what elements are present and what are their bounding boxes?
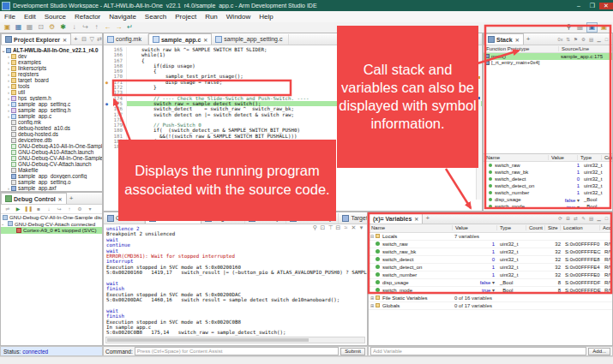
link-editor-icon[interactable]: ⇄ — [96, 36, 102, 43]
tree-item[interactable]: config.mk — [1, 119, 102, 125]
close-tab-icon[interactable]: ✕ — [58, 196, 63, 202]
Globals[interactable]: ⊞ Globals 0 of 17 variables — [369, 302, 612, 310]
maximize-icon[interactable]: □ — [603, 37, 610, 42]
stack-column-header[interactable]: Source/Line — [559, 46, 612, 51]
frame-vars-column-header[interactable]: Count — [602, 155, 612, 160]
minimize-icon[interactable]: ▁ — [595, 37, 603, 42]
tree-item[interactable]: › sample_app.c — [1, 113, 102, 119]
tree-item[interactable]: GNU-Debug-A10-Attach.launch — [1, 149, 102, 155]
step-into-icon[interactable]: ↓ — [69, 23, 79, 32]
forward-icon[interactable]: → — [114, 23, 123, 32]
save-icon[interactable]: ▦ — [14, 23, 23, 32]
stop-icon[interactable]: ■ — [34, 205, 43, 213]
close-tab-icon[interactable]: ✕ — [414, 216, 418, 222]
breakpoint-marker-icon[interactable] — [104, 144, 110, 149]
switch_raw_bk[interactable]: switch_raw_bk 1 uint32_t 32 S:0x00FFFFEC… — [369, 248, 612, 256]
switch_mode[interactable]: switch_mode true _Bool 8 S:0x00FFFFDE R/… — [369, 287, 612, 295]
tree-item[interactable]: › util — [1, 89, 102, 95]
tree-item[interactable]: GNU-Debug-CV-All-In-One-Sample.launch — [1, 155, 102, 161]
debug-perspective-icon[interactable]: ▣ — [586, 22, 598, 33]
tree-item[interactable]: › registers — [1, 71, 102, 77]
linked-icon[interactable]: ⇄ — [572, 216, 580, 221]
menu-item[interactable]: Source — [40, 13, 70, 21]
menu-item[interactable]: Search — [141, 13, 171, 21]
variables-column-header[interactable]: Count — [526, 225, 545, 230]
submit-button[interactable]: Submit — [340, 348, 365, 355]
tree-item[interactable]: debug-hosted.ds — [1, 131, 102, 137]
switch_raw[interactable]: switch_raw 1 uint32_t 32 S:0x00FFFFF0 R/… — [369, 241, 612, 248]
frame-vars-column-header[interactable]: Value — [549, 155, 578, 160]
view-menu-icon[interactable]: ▾ — [358, 224, 365, 231]
close-tab-icon[interactable]: ✕ — [63, 37, 67, 43]
add-variable-button[interactable]: Add... — [588, 348, 610, 355]
new-icon[interactable]: ▣ — [3, 23, 12, 32]
connect-icon[interactable]: ⇌ — [3, 205, 12, 213]
format-icon[interactable]: 0x — [556, 37, 564, 42]
switch_number[interactable]: switch_number 1 uint32_t — [484, 189, 612, 196]
new-view-button[interactable]: + — [71, 35, 81, 43]
scroll-lock-icon[interactable]: ⊟ — [334, 224, 342, 231]
export-icon[interactable]: ⊡ — [319, 224, 327, 231]
wrench-icon[interactable]: ⚙ — [580, 37, 587, 42]
step-return-icon[interactable]: ↑ — [92, 23, 101, 32]
console-tab[interactable]: Target Console — [339, 213, 367, 224]
tab-variables[interactable]: (x)= Variables ✕ — [369, 212, 423, 224]
continue-icon[interactable]: ▶ — [14, 205, 22, 213]
horizontal-scrollbar[interactable] — [105, 337, 365, 343]
open-perspective-icon[interactable]: ▦ — [575, 23, 585, 32]
tab-debug-control[interactable]: Debug Control ✕ — [1, 193, 67, 204]
back-icon[interactable]: ← — [103, 23, 112, 32]
tab-project-explorer[interactable]: Project Explorer ✕ — [1, 33, 71, 45]
variables-column-header[interactable]: Name — [369, 225, 453, 230]
tree-item[interactable]: Makefile — [1, 167, 102, 173]
tree-item[interactable]: devicetree.dtb — [1, 137, 102, 143]
add-variable-input[interactable] — [370, 347, 586, 355]
step-over-icon[interactable]: ↪ — [55, 205, 63, 213]
switch_mode[interactable]: switch_mode true _Bool — [484, 203, 612, 210]
stack-frame-row[interactable]: [_rt_entry_main+0x4] — [484, 60, 612, 67]
variables-column-header[interactable]: Size — [545, 225, 561, 230]
save-all-icon[interactable]: ▦ — [25, 23, 34, 32]
editor-tab[interactable]: sample_app.c ✕ — [148, 33, 212, 45]
collapse-icon[interactable]: ⇅ — [564, 37, 572, 42]
pin-icon[interactable]: ⊤ — [327, 224, 334, 231]
tree-item[interactable]: › dev — [1, 53, 102, 59]
link-with-editor-icon[interactable]: ⊡ — [36, 23, 45, 32]
refresh-icon[interactable]: ⟳ — [556, 216, 564, 221]
switch_detect_on[interactable]: switch_detect_on 1 uint32_t 32 S:0x00FFF… — [369, 264, 612, 272]
maximize-icon[interactable]: □ — [603, 216, 610, 221]
File Static Variables[interactable]: ⊞ File Static Variables 0 of 16 variable… — [369, 295, 612, 302]
tree-item[interactable]: › linkerscripts — [1, 65, 102, 71]
menu-item[interactable]: Project — [171, 13, 201, 21]
search-icon[interactable]: ⚲ — [564, 23, 574, 32]
tree-item[interactable]: sample_app_setting.o — [1, 179, 102, 185]
frame-vars-column-header[interactable]: Name — [484, 155, 549, 160]
command-input[interactable] — [135, 347, 340, 355]
view-menu-icon[interactable]: ▤ — [587, 216, 595, 221]
disp_usage[interactable]: disp_usage false _Bool 8 S:0x00FFFFDF R/… — [369, 279, 612, 287]
frame-vars-column-header[interactable]: Type — [578, 155, 602, 160]
menu-item[interactable]: File — [0, 13, 20, 21]
step-over-icon[interactable]: ↪ — [81, 23, 90, 32]
menu-item[interactable]: Navigate — [105, 13, 141, 21]
new-view-button[interactable]: + — [67, 194, 76, 202]
variables-column-header[interactable]: Location — [561, 225, 600, 230]
switch_raw_bk[interactable]: switch_raw_bk 1 uint32_t — [484, 169, 612, 176]
switch_detect[interactable]: switch_detect 0 uint32_t — [484, 176, 612, 182]
menu-item[interactable]: Edit — [20, 13, 40, 21]
debug-target-row[interactable]: GNU-Debug-CV-All-In-One-Sample disconnec… — [1, 214, 102, 221]
tree-item[interactable]: › examples — [1, 59, 102, 65]
switch_raw[interactable]: switch_raw 1 uint32_t — [484, 162, 612, 169]
collapse-all-icon[interactable]: ⊟ — [81, 36, 88, 43]
tree-item[interactable]: › tools — [1, 83, 102, 89]
view-menu-icon[interactable]: ▾ — [86, 205, 94, 213]
tree-item[interactable]: GNU-Debug-A10-All-In-One-Sample.launch — [1, 143, 102, 149]
variables-column-header[interactable]: Type — [497, 225, 526, 230]
settings-icon[interactable]: ⚙ — [75, 205, 84, 213]
tree-item[interactable]: GNU-Debug-CV-Attach.launch — [1, 161, 102, 167]
build-icon[interactable]: ⚙ — [47, 23, 57, 32]
find-icon[interactable]: ⚲ — [311, 224, 319, 231]
step-out-icon[interactable]: ↑ — [65, 205, 74, 213]
new-view-button[interactable]: + — [524, 35, 533, 43]
highlight-icon[interactable]: ✎ — [580, 216, 587, 221]
